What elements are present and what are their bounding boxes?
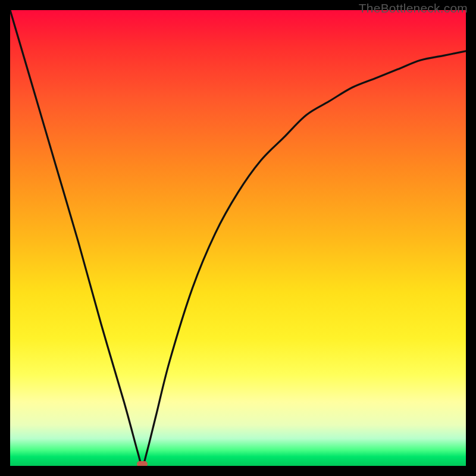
minimum-marker [137,461,148,466]
plot-area [10,10,466,466]
watermark-text: TheBottleneck.com [359,1,468,15]
bottleneck-curve [10,10,466,466]
